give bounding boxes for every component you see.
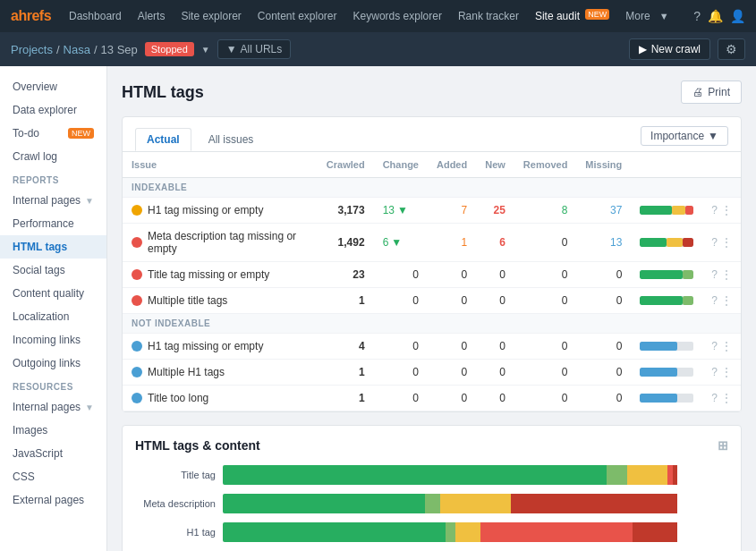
more-options-icon[interactable]: ⋮ <box>721 204 732 216</box>
help-circle-icon[interactable]: ? <box>711 392 718 404</box>
removed-value: 0 <box>514 262 577 288</box>
missing-value: 0 <box>576 334 631 360</box>
row-actions: ?⋮ <box>702 262 741 288</box>
row-actions: ?⋮ <box>702 360 741 386</box>
missing-value: 13 <box>576 224 631 262</box>
sidebar-item-external-pages[interactable]: External pages <box>0 488 106 512</box>
nav-dashboard[interactable]: Dashboard <box>62 6 129 26</box>
sidebar-item-css[interactable]: CSS <box>0 465 106 488</box>
issue-label: Multiple title tags <box>123 288 318 314</box>
nav-site-audit[interactable]: Site audit NEW <box>528 6 616 26</box>
sub-nav: Projects / Nasa / 13 Sep Stopped ▼ ▼ All… <box>0 32 756 66</box>
status-badge[interactable]: Stopped <box>145 42 194 56</box>
help-circle-icon[interactable]: ? <box>711 340 718 352</box>
table-row: Title tag missing or empty 23 0 0 0 0 0 … <box>123 262 741 288</box>
crawled-value: 23 <box>318 262 374 288</box>
row-actions: ?⋮ <box>702 224 741 262</box>
tab-actual[interactable]: Actual <box>135 128 191 151</box>
help-circle-icon[interactable]: ? <box>711 366 718 378</box>
filter-button[interactable]: ▼ All URLs <box>217 39 292 59</box>
sidebar-item-javascript[interactable]: JavaScript <box>0 442 106 465</box>
sidebar-item-overview[interactable]: Overview <box>0 75 106 98</box>
chevron-down-icon: ▼ <box>85 196 94 206</box>
sidebar-item-data-explorer[interactable]: Data explorer <box>0 98 106 122</box>
sidebar-item-performance[interactable]: Performance <box>0 212 106 235</box>
tab-all-issues[interactable]: All issues <box>197 128 266 150</box>
nav-rank-tracker[interactable]: Rank tracker <box>451 6 526 26</box>
mini-bar <box>631 334 702 360</box>
missing-value: 0 <box>576 288 631 314</box>
issues-card: Actual All issues Importance ▼ Issue Cra… <box>122 116 742 412</box>
missing-value: 0 <box>576 386 631 411</box>
chart-bar-label: H1 tag <box>135 527 216 538</box>
sidebar-item-resources[interactable]: Internal pages ▼ <box>0 395 106 419</box>
more-options-icon[interactable]: ⋮ <box>721 340 732 352</box>
logo: ahrefs <box>11 8 51 24</box>
top-nav: ahrefs Dashboard Alerts Site explorer Co… <box>0 0 756 32</box>
print-button[interactable]: 🖨 Print <box>681 81 742 104</box>
chevron-down-icon-resources: ▼ <box>85 403 94 412</box>
chart-bar-row: Meta description <box>135 494 728 513</box>
sidebar-item-localization[interactable]: Localization <box>0 305 106 328</box>
sidebar-item-crawl-log[interactable]: Crawl log <box>0 145 106 168</box>
nav-keywords-explorer[interactable]: Keywords explorer <box>346 6 449 26</box>
new-value: 25 <box>476 198 514 224</box>
sidebar-item-social-tags[interactable]: Social tags <box>0 259 106 282</box>
col-issue: Issue <box>123 152 318 178</box>
new-value: 0 <box>476 262 514 288</box>
chart-segment <box>627 465 667 485</box>
sidebar-item-incoming-links[interactable]: Incoming links <box>0 328 106 352</box>
more-options-icon[interactable]: ⋮ <box>721 366 732 378</box>
more-options-icon[interactable]: ⋮ <box>721 268 732 281</box>
chart-segment <box>633 522 678 542</box>
more-options-icon[interactable]: ⋮ <box>721 236 732 249</box>
sidebar-item-internal-pages[interactable]: Internal pages ▼ <box>0 189 106 212</box>
user-icon[interactable]: 👤 <box>730 9 745 23</box>
nav-site-explorer[interactable]: Site explorer <box>174 6 248 26</box>
help-circle-icon[interactable]: ? <box>711 268 718 281</box>
new-crawl-button[interactable]: ▶ New crawl <box>629 38 710 60</box>
more-options-icon[interactable]: ⋮ <box>721 294 732 307</box>
importance-chevron-icon: ▼ <box>708 130 718 142</box>
sidebar-item-content-quality[interactable]: Content quality <box>0 282 106 305</box>
removed-value: 0 <box>514 386 577 411</box>
sidebar-item-images[interactable]: Images <box>0 419 106 442</box>
crawled-value: 1 <box>318 288 374 314</box>
sidebar-item-outgoing-links[interactable]: Outgoing links <box>0 352 106 375</box>
help-icon[interactable]: ? <box>693 9 701 23</box>
sidebar: Overview Data explorer To-do NEW Crawl l… <box>0 66 107 551</box>
change-value: 13 ▼ <box>374 198 428 224</box>
table-row: Title too long 1 0 0 0 0 0 ?⋮ <box>123 386 741 411</box>
mini-bar <box>631 262 702 288</box>
chart-bar-row: H1 tag <box>135 522 728 542</box>
new-value: 0 <box>476 386 514 411</box>
help-circle-icon[interactable]: ? <box>711 236 718 249</box>
help-circle-icon[interactable]: ? <box>711 204 718 216</box>
removed-value: 0 <box>514 288 577 314</box>
crawled-value: 1,492 <box>318 224 374 262</box>
breadcrumb-sep1: / <box>56 43 60 56</box>
change-value: 0 <box>374 288 428 314</box>
crawled-value: 1 <box>318 386 374 411</box>
sidebar-item-html-tags[interactable]: HTML tags <box>0 235 106 259</box>
breadcrumb-projects[interactable]: Projects <box>11 43 53 56</box>
sidebar-item-to-do[interactable]: To-do NEW <box>0 122 106 145</box>
crawled-value: 4 <box>318 334 374 360</box>
nav-alerts[interactable]: Alerts <box>131 6 173 26</box>
settings-button[interactable]: ⚙ <box>718 38 745 60</box>
chart-segment <box>223 522 446 542</box>
help-circle-icon[interactable]: ? <box>711 294 718 307</box>
bell-icon[interactable]: 🔔 <box>708 9 723 23</box>
removed-value: 0 <box>514 334 577 360</box>
issue-label: H1 tag missing or empty <box>123 334 318 360</box>
issue-label: H1 tag missing or empty <box>123 198 318 224</box>
nav-more[interactable]: More <box>618 6 657 26</box>
col-added: Added <box>428 152 476 178</box>
nav-content-explorer[interactable]: Content explorer <box>251 6 344 26</box>
missing-value: 37 <box>576 198 631 224</box>
importance-button[interactable]: Importance ▼ <box>641 126 728 146</box>
row-actions: ?⋮ <box>702 386 741 411</box>
more-options-icon[interactable]: ⋮ <box>721 392 732 404</box>
chart-grid-icon[interactable]: ⊞ <box>718 438 728 453</box>
breadcrumb-nasa[interactable]: Nasa <box>64 43 90 56</box>
